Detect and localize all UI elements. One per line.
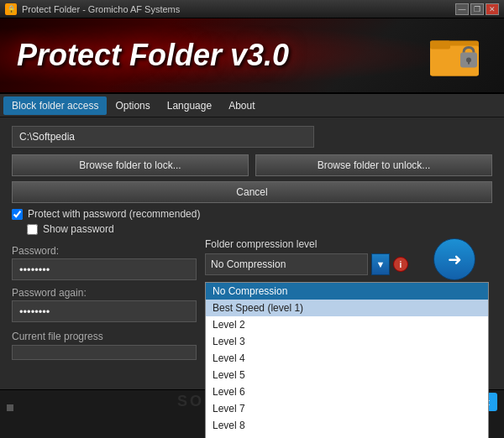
dropdown-item-level9[interactable]: Best Compression (level 9) bbox=[206, 434, 488, 438]
compression-label: Folder compression level bbox=[205, 238, 408, 250]
menu-about[interactable]: About bbox=[220, 96, 263, 115]
minimize-button[interactable]: — bbox=[455, 3, 469, 15]
dropdown-item-level6[interactable]: Level 6 bbox=[206, 383, 488, 400]
two-col-layout: Password: Password again: Current file p… bbox=[12, 238, 492, 360]
cancel-button[interactable]: Cancel bbox=[12, 181, 492, 203]
cancel-button-row: Cancel bbox=[12, 181, 492, 203]
header-banner: Protect Folder v3.0 bbox=[0, 18, 504, 94]
resize-handle bbox=[7, 404, 13, 411]
compression-info-btn[interactable]: i bbox=[393, 257, 408, 272]
folder-lock-icon bbox=[428, 29, 487, 82]
show-password-label: Show password bbox=[43, 223, 114, 235]
dropdown-item-level5[interactable]: Level 5 bbox=[206, 367, 488, 383]
dropdown-item-level3[interactable]: Level 3 bbox=[206, 333, 488, 350]
window-controls: — ❐ ✕ bbox=[455, 3, 499, 15]
menu-block-folder-access[interactable]: Block folder access bbox=[3, 96, 107, 115]
compression-dropdown[interactable]: No Compression Best Speed (level 1) Leve… bbox=[205, 282, 489, 438]
password-again-label: Password again: bbox=[12, 287, 197, 299]
path-row bbox=[12, 126, 492, 148]
left-column: Password: Password again: Current file p… bbox=[12, 238, 197, 360]
show-password-row: Show password bbox=[27, 223, 492, 235]
protect-password-checkbox[interactable] bbox=[12, 209, 23, 220]
compression-select-row: ▼ i bbox=[205, 253, 408, 275]
password-input[interactable] bbox=[12, 258, 197, 280]
progress-bar bbox=[12, 345, 197, 360]
compression-dropdown-btn[interactable]: ▼ bbox=[371, 253, 390, 275]
compression-input[interactable] bbox=[205, 253, 368, 275]
dropdown-item-level2[interactable]: Level 2 bbox=[206, 316, 488, 333]
svg-rect-5 bbox=[468, 60, 470, 65]
dropdown-item-best-speed[interactable]: Best Speed (level 1) bbox=[206, 300, 488, 316]
lock-folder-button[interactable]: ➜ bbox=[433, 238, 475, 280]
main-content: Browse folder to lock... Browse folder t… bbox=[0, 117, 504, 413]
window-title: Protect Folder - Gromicho AF Systems bbox=[22, 4, 455, 14]
dropdown-item-level4[interactable]: Level 4 bbox=[206, 350, 488, 367]
password-again-input[interactable] bbox=[12, 300, 197, 322]
browse-lock-button[interactable]: Browse folder to lock... bbox=[12, 154, 249, 176]
dropdown-item-level8[interactable]: Level 8 bbox=[206, 417, 488, 434]
svg-rect-2 bbox=[430, 41, 450, 50]
folder-path-input[interactable] bbox=[12, 126, 314, 148]
show-password-checkbox[interactable] bbox=[27, 224, 38, 235]
dropdown-item-level7[interactable]: Level 7 bbox=[206, 400, 488, 417]
menu-options[interactable]: Options bbox=[107, 96, 158, 115]
title-bar: 🔒 Protect Folder - Gromicho AF Systems —… bbox=[0, 0, 504, 18]
progress-label: Current file progress bbox=[12, 331, 197, 342]
menu-bar: Block folder access Options Language Abo… bbox=[0, 94, 504, 117]
menu-language[interactable]: Language bbox=[159, 96, 220, 115]
password-label: Password: bbox=[12, 245, 197, 257]
browse-unlock-button[interactable]: Browse folder to unlock... bbox=[255, 154, 492, 176]
protect-password-label: Protect with password (recommended) bbox=[28, 208, 200, 220]
protect-password-row: Protect with password (recommended) bbox=[12, 208, 492, 220]
right-column: Folder compression level ▼ i No Compress… bbox=[205, 238, 492, 360]
dropdown-item-no-compression[interactable]: No Compression bbox=[206, 283, 488, 300]
close-button[interactable]: ✕ bbox=[486, 3, 499, 15]
browse-buttons-row: Browse folder to lock... Browse folder t… bbox=[12, 154, 492, 176]
app-icon: 🔒 bbox=[5, 3, 17, 15]
app-title: Protect Folder v3.0 bbox=[17, 38, 289, 73]
restore-button[interactable]: ❐ bbox=[470, 3, 484, 15]
